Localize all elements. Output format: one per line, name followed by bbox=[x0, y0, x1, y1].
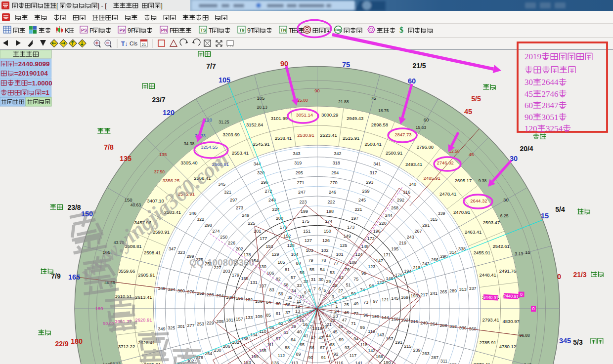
svg-text:322: 322 bbox=[197, 217, 204, 222]
svg-text:325: 325 bbox=[168, 325, 175, 330]
svg-text:2644.32: 2644.32 bbox=[470, 198, 487, 203]
svg-text:197: 197 bbox=[351, 216, 358, 221]
svg-text:109: 109 bbox=[255, 314, 263, 319]
svg-text:51: 51 bbox=[346, 283, 351, 287]
svg-text:191: 191 bbox=[395, 340, 402, 345]
svg-text:7/7: 7/7 bbox=[206, 62, 216, 70]
svg-text:2478.41: 2478.41 bbox=[439, 191, 456, 197]
svg-text:85: 85 bbox=[266, 313, 271, 318]
svg-text:345: 345 bbox=[524, 362, 532, 364]
svg-text:152: 152 bbox=[283, 234, 291, 239]
svg-text:289: 289 bbox=[449, 288, 457, 293]
svg-text:T9: T9 bbox=[239, 28, 245, 33]
svg-text:63: 63 bbox=[283, 330, 288, 335]
svg-text:2613.41: 2613.41 bbox=[135, 294, 152, 300]
svg-text:68: 68 bbox=[330, 342, 335, 347]
svg-text:3.13: 3.13 bbox=[515, 251, 523, 256]
svg-text:29: 29 bbox=[326, 279, 331, 284]
svg-text:3559.66: 3559.66 bbox=[118, 268, 135, 274]
svg-text:245: 245 bbox=[358, 198, 366, 202]
svg-text:105: 105 bbox=[219, 76, 230, 84]
svg-text:7/8: 7/8 bbox=[104, 143, 114, 151]
svg-text:2847.73: 2847.73 bbox=[394, 132, 411, 137]
svg-text:266: 266 bbox=[431, 257, 438, 262]
svg-text:253: 253 bbox=[197, 322, 204, 326]
svg-text:61: 61 bbox=[276, 311, 281, 316]
svg-text:88: 88 bbox=[285, 345, 290, 350]
svg-text:2635.91: 2635.91 bbox=[144, 362, 161, 364]
svg-text:293: 293 bbox=[366, 180, 373, 185]
svg-text:3305.40: 3305.40 bbox=[180, 160, 197, 165]
svg-text:P9: P9 bbox=[119, 28, 125, 33]
svg-text:0: 0 bbox=[532, 306, 534, 311]
svg-text:9P: 9P bbox=[128, 27, 135, 34]
svg-text:270: 270 bbox=[330, 180, 338, 185]
svg-text:150: 150 bbox=[324, 229, 331, 234]
svg-text:342: 342 bbox=[334, 151, 341, 156]
svg-text:15: 15 bbox=[541, 212, 549, 220]
svg-text:0: 0 bbox=[557, 273, 561, 281]
svg-text:113: 113 bbox=[291, 361, 298, 364]
svg-text:21/3: 21/3 bbox=[573, 271, 586, 279]
svg-text:6: 6 bbox=[318, 286, 321, 291]
svg-text:249: 249 bbox=[242, 213, 249, 218]
svg-text:229: 229 bbox=[207, 321, 214, 325]
svg-text:21: 21 bbox=[142, 42, 146, 47]
svg-text:343: 343 bbox=[293, 151, 301, 156]
svg-text:40: 40 bbox=[297, 329, 302, 334]
svg-text:345: 345 bbox=[559, 337, 571, 345]
svg-text:150: 150 bbox=[125, 197, 132, 202]
svg-text:4830.97: 4830.97 bbox=[503, 319, 520, 324]
svg-text:3051.14: 3051.14 bbox=[296, 112, 313, 118]
svg-text:4780.12: 4780.12 bbox=[499, 344, 516, 349]
svg-text:45: 45 bbox=[469, 152, 474, 157]
svg-text:9: 9 bbox=[304, 290, 306, 295]
svg-text:277: 277 bbox=[187, 323, 194, 328]
svg-text:93: 93 bbox=[345, 345, 350, 350]
svg-text:250: 250 bbox=[220, 235, 227, 240]
svg-text:181: 181 bbox=[226, 318, 233, 323]
svg-text:347: 347 bbox=[169, 246, 176, 251]
svg-text:11: 11 bbox=[297, 299, 301, 304]
svg-text:341: 341 bbox=[373, 162, 381, 166]
svg-text:105: 105 bbox=[257, 95, 264, 101]
svg-text:5/5: 5/5 bbox=[471, 95, 481, 103]
svg-text:125: 125 bbox=[340, 243, 347, 248]
svg-text:159: 159 bbox=[251, 354, 259, 359]
svg-text:340: 340 bbox=[409, 182, 416, 187]
svg-text:9.38: 9.38 bbox=[479, 178, 487, 183]
svg-text:271: 271 bbox=[297, 180, 304, 185]
svg-text:315: 315 bbox=[430, 217, 438, 222]
svg-text:313: 313 bbox=[459, 287, 467, 292]
svg-text:2620.91: 2620.91 bbox=[135, 317, 152, 323]
svg-text:145: 145 bbox=[391, 296, 398, 301]
svg-text:254: 254 bbox=[205, 351, 212, 356]
svg-text:226: 226 bbox=[228, 241, 235, 245]
svg-text:220: 220 bbox=[379, 221, 387, 226]
svg-text:179: 179 bbox=[232, 273, 239, 278]
svg-text:92: 92 bbox=[333, 352, 338, 357]
svg-text:141: 141 bbox=[355, 361, 363, 364]
svg-text:2493.41: 2493.41 bbox=[405, 162, 422, 167]
svg-text:269: 269 bbox=[362, 189, 370, 194]
svg-text:120: 120 bbox=[163, 109, 175, 117]
svg-text:2538.41: 2538.41 bbox=[275, 135, 292, 141]
svg-text:268: 268 bbox=[391, 205, 398, 210]
svg-text:2530.91: 2530.91 bbox=[297, 132, 314, 138]
svg-text:173: 173 bbox=[347, 225, 354, 230]
svg-text:75: 75 bbox=[342, 61, 350, 69]
svg-text:106: 106 bbox=[266, 271, 274, 276]
svg-text:318: 318 bbox=[333, 161, 340, 165]
svg-text:274: 274 bbox=[213, 229, 220, 234]
svg-text:2491.76: 2491.76 bbox=[499, 268, 516, 274]
svg-text:45: 45 bbox=[333, 329, 338, 334]
svg-text:25: 25 bbox=[344, 302, 349, 307]
svg-text:180: 180 bbox=[71, 337, 83, 345]
svg-text:175: 175 bbox=[302, 219, 309, 224]
svg-text:75: 75 bbox=[353, 277, 358, 282]
svg-text:345: 345 bbox=[218, 182, 225, 187]
svg-text:193: 193 bbox=[411, 293, 418, 298]
svg-text:317: 317 bbox=[370, 170, 377, 175]
svg-text:=2440.9099: =2440.9099 bbox=[14, 60, 50, 68]
svg-text:2598.41: 2598.41 bbox=[144, 250, 161, 255]
